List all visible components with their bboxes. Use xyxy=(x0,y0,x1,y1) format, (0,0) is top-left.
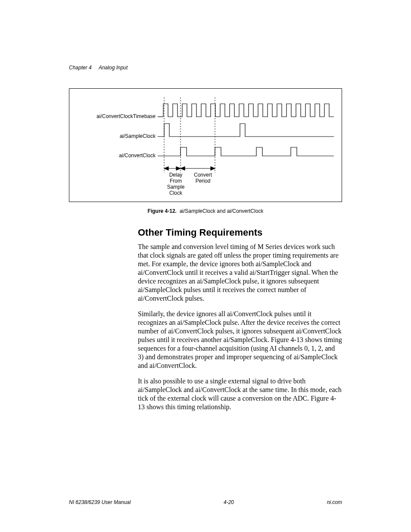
figure-timing-diagram: ai/ConvertClockTimebase ai/SampleClock a… xyxy=(69,88,342,202)
section-heading: Other Timing Requirements xyxy=(138,227,342,238)
figure-caption-text: ai/SampleClock and ai/ConvertClock xyxy=(180,208,264,214)
chapter-label: Chapter 4 xyxy=(69,65,92,71)
chapter-title: Analog Input xyxy=(99,65,128,71)
footer-left: NI 6238/6239 User Manual xyxy=(69,499,131,505)
body-paragraph-3: It is also possible to use a single exte… xyxy=(138,377,342,411)
body-paragraph-2: Similarly, the device ignores all ai/Con… xyxy=(138,310,342,370)
footer-right: ni.com xyxy=(327,499,342,505)
svg-marker-4 xyxy=(164,167,168,170)
svg-marker-7 xyxy=(181,167,185,170)
body-paragraph-1: The sample and conversion level timing o… xyxy=(138,243,342,303)
signal-label-timebase: ai/ConvertClockTimebase xyxy=(74,113,156,119)
running-header: Chapter 4 Analog Input xyxy=(69,65,128,71)
annotation-delay: Delay From Sample Clock xyxy=(164,172,187,196)
svg-marker-8 xyxy=(211,167,215,170)
figure-caption: Figure 4-12. ai/SampleClock and ai/Conve… xyxy=(69,208,342,214)
footer-center: 4-20 xyxy=(224,499,234,505)
figure-number: Figure 4-12. xyxy=(148,208,177,214)
signal-label-convertclock: ai/ConvertClock xyxy=(74,152,156,159)
annotation-period: Convert Period xyxy=(190,172,216,184)
timing-diagram-svg xyxy=(69,89,342,202)
page-footer: NI 6238/6239 User Manual 4-20 ni.com xyxy=(69,499,342,505)
signal-label-sampleclock: ai/SampleClock xyxy=(74,133,156,139)
